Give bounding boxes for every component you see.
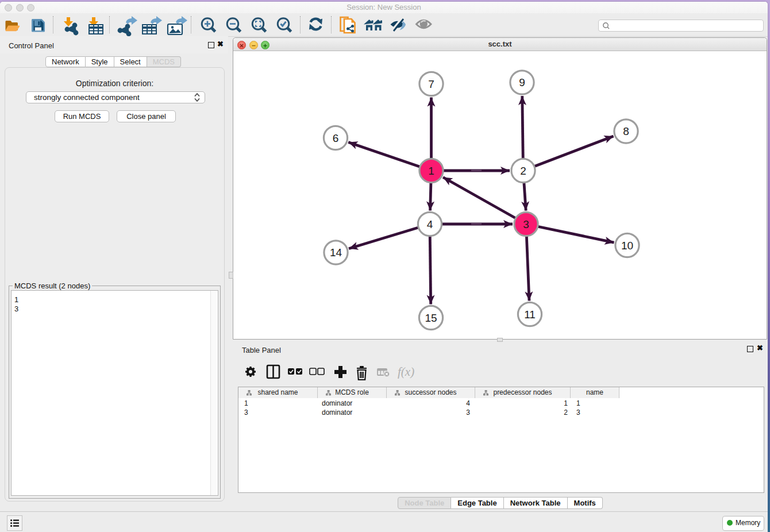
svg-text:1: 1	[428, 165, 434, 177]
svg-text:6: 6	[333, 132, 339, 144]
svg-text:4: 4	[427, 218, 433, 230]
svg-text:7: 7	[428, 78, 434, 90]
svg-text:11: 11	[524, 309, 536, 321]
svg-text:14: 14	[330, 246, 342, 259]
svg-text:f(x): f(x)	[398, 365, 414, 379]
svg-text:9: 9	[519, 76, 525, 88]
svg-text:10: 10	[621, 240, 633, 252]
svg-text:3: 3	[523, 218, 529, 230]
svg-text:15: 15	[425, 312, 437, 324]
svg-text:8: 8	[623, 125, 629, 137]
svg-text:2: 2	[520, 165, 526, 177]
